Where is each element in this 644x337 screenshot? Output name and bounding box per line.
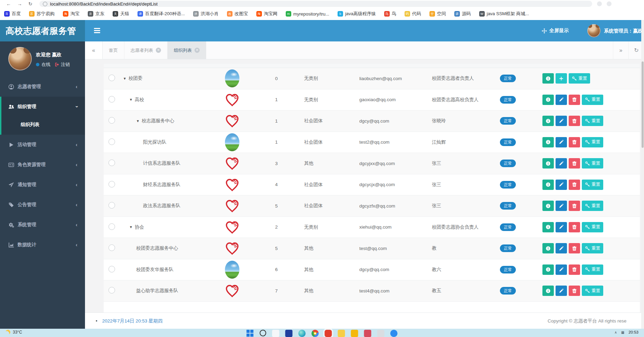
reset-password-button[interactable]: 重置 (569, 73, 590, 84)
edit-button[interactable] (556, 116, 567, 126)
reset-password-button[interactable]: 重置 (582, 222, 603, 232)
info-button[interactable] (542, 222, 554, 232)
logout-button[interactable]: 注销 (55, 61, 70, 68)
add-child-org-button[interactable] (556, 73, 567, 84)
bookmark-item[interactable]: 洪洪湖小肖 (193, 11, 219, 17)
edge-icon[interactable] (299, 330, 306, 337)
bookmark-item[interactable]: 京京东 (88, 11, 104, 17)
row-radio[interactable] (108, 266, 115, 272)
admin-role-label[interactable]: 系统管理员：嬴政 (604, 20, 644, 41)
edit-button[interactable] (556, 264, 567, 275)
caret-down-icon[interactable]: ▼ (123, 77, 126, 80)
delete-button[interactable] (569, 116, 580, 126)
row-radio[interactable] (108, 223, 115, 230)
fullscreen-button[interactable]: 全屏显示 (542, 20, 569, 41)
delete-button[interactable] (569, 201, 580, 211)
meeting-app-icon[interactable] (390, 330, 398, 337)
widgets-icon[interactable] (272, 330, 280, 337)
row-radio[interactable] (108, 202, 115, 209)
row-radio[interactable] (108, 181, 115, 187)
tray-network-icon[interactable]: ▦ (621, 330, 624, 334)
sidebar-item-7[interactable]: 系统管理‹ (0, 215, 85, 235)
edit-button[interactable] (556, 158, 567, 168)
address-bar[interactable]: localhost:8080/BackEnd/indexBackEnd#/dep… (39, 1, 592, 7)
row-radio[interactable] (108, 75, 115, 81)
flash-tool-icon[interactable] (351, 330, 358, 337)
delete-button[interactable] (569, 222, 580, 232)
avatar[interactable] (8, 47, 32, 70)
edit-button[interactable] (556, 222, 567, 232)
chrome-icon[interactable] (312, 330, 319, 337)
edit-button[interactable] (556, 201, 567, 211)
sidebar-item-2[interactable]: 组织管理‹ (1, 97, 85, 117)
row-radio[interactable] (108, 160, 115, 166)
info-button[interactable] (542, 286, 554, 296)
reset-password-button[interactable]: 重置 (582, 286, 603, 296)
delete-button[interactable] (569, 158, 580, 168)
edit-button[interactable] (556, 286, 567, 296)
delete-button[interactable] (569, 95, 580, 105)
photos-icon[interactable] (364, 330, 371, 337)
delete-button[interactable] (569, 180, 580, 190)
info-button[interactable] (542, 73, 554, 84)
info-button[interactable] (542, 137, 554, 147)
scrollbar-thumb[interactable] (642, 61, 644, 148)
bookmark-item[interactable]: mmyrepository/tru... (286, 11, 329, 17)
info-button[interactable] (542, 201, 554, 211)
vertical-scrollbar[interactable] (641, 20, 644, 329)
tray-expand-icon[interactable]: ∧ (614, 330, 617, 334)
info-button[interactable] (542, 180, 554, 190)
browser-menu-icon[interactable] (607, 1, 612, 6)
tab-3[interactable]: 组织列表✕ (168, 41, 206, 59)
info-button[interactable] (542, 158, 554, 168)
bookmark-item[interactable]: 空空间 (429, 11, 446, 17)
row-radio[interactable] (108, 117, 115, 124)
bookmark-item[interactable]: 淘淘宝 (63, 11, 79, 17)
site-info-icon[interactable] (43, 2, 47, 6)
bookmark-item[interactable]: bjava高级程序猿 (338, 11, 376, 17)
sidebar-item-5[interactable]: 通知管理‹ (0, 175, 85, 195)
info-button[interactable] (542, 95, 554, 105)
reset-password-button[interactable]: 重置 (582, 264, 603, 275)
browser-profile-icon[interactable] (597, 1, 602, 6)
tabs-scroll-left-icon[interactable]: « (85, 41, 103, 59)
delete-button[interactable] (569, 264, 580, 275)
sidebar-item-8[interactable]: 数据统计‹ (0, 235, 85, 255)
row-radio[interactable] (108, 287, 115, 293)
bookmark-item[interactable]: 码代码 (405, 11, 421, 17)
info-button[interactable] (542, 116, 554, 126)
tab-2[interactable]: 志愿者列表✕ (124, 41, 168, 59)
edit-button[interactable] (556, 243, 567, 253)
edit-button[interactable] (556, 137, 567, 147)
bookmark-item[interactable]: 译百度翻译-200种语... (138, 11, 185, 17)
bookmark-item[interactable]: 苏苏宁易购 (29, 11, 55, 17)
app-gray-icon[interactable] (377, 330, 385, 337)
taskbar-clock[interactable]: 20:53 (628, 330, 638, 334)
tab-1[interactable]: 首页 (103, 41, 124, 59)
bookmark-item[interactable]: Wjava SSM框架 商城... (479, 11, 529, 17)
row-radio[interactable] (108, 244, 115, 251)
footer-date-link[interactable]: 2022年7月14日 20:53 星期四 (96, 318, 163, 324)
caret-down-icon[interactable]: ▼ (136, 119, 140, 123)
back-icon[interactable]: ← (6, 0, 11, 8)
reset-password-button[interactable]: 重置 (582, 243, 603, 253)
delete-button[interactable] (569, 243, 580, 253)
avatar[interactable] (587, 24, 600, 37)
reload-icon[interactable]: ↻ (28, 0, 32, 8)
bookmark-item[interactable]: 源源码 (454, 11, 471, 17)
reset-password-button[interactable]: 重置 (582, 116, 603, 126)
mail-icon[interactable] (285, 330, 293, 337)
info-button[interactable] (542, 264, 554, 275)
sidebar-item-1[interactable]: 志愿者管理‹ (0, 77, 85, 97)
bookmark-item[interactable]: 天天猫 (113, 11, 129, 17)
bookmark-item[interactable]: 鸟鸟 (384, 11, 396, 17)
bookmark-item[interactable]: 改改图宝 (227, 11, 248, 17)
search-icon[interactable] (260, 330, 266, 336)
file-explorer-icon[interactable] (338, 330, 345, 337)
caret-down-icon[interactable]: ▼ (129, 98, 133, 102)
sidebar-item-6[interactable]: 公告管理‹ (0, 195, 85, 215)
windows-start-icon[interactable] (247, 330, 254, 337)
info-button[interactable] (542, 243, 554, 253)
delete-button[interactable] (569, 286, 580, 296)
reset-password-button[interactable]: 重置 (582, 201, 603, 211)
